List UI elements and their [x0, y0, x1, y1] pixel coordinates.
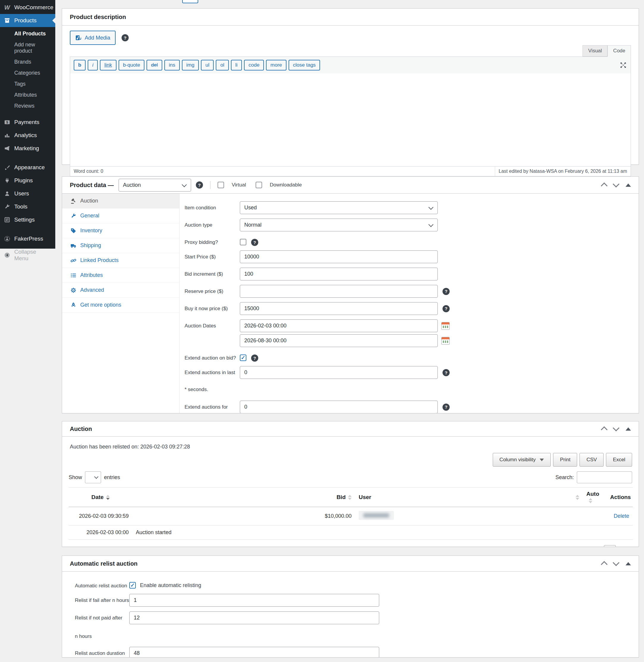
toggle-panel-icon[interactable] — [626, 183, 631, 187]
partial-button-top[interactable] — [182, 0, 198, 3]
auction-start-date-input[interactable] — [240, 319, 438, 332]
delete-link[interactable]: Delete — [614, 513, 629, 519]
toggle-panel-icon[interactable] — [626, 427, 631, 431]
tab-inventory[interactable]: Inventory — [62, 223, 179, 238]
submenu-all-products[interactable]: All Products — [0, 28, 55, 39]
auction-type-select[interactable]: Normal — [240, 219, 438, 231]
tab-shipping[interactable]: Shipping — [62, 238, 179, 253]
current-page-button[interactable]: 1 — [604, 545, 616, 547]
submenu-add-new-product[interactable]: Add new product — [0, 39, 55, 57]
reserve-price-input[interactable] — [240, 285, 438, 298]
sidebar-item-fakerpress[interactable]: FakerPress — [0, 232, 55, 245]
move-up-icon[interactable] — [601, 561, 608, 568]
help-icon[interactable]: ? — [442, 305, 450, 312]
sidebar-item-analytics[interactable]: Analytics — [0, 129, 55, 142]
help-icon[interactable]: ? — [121, 34, 129, 41]
fullscreen-expand-icon[interactable] — [619, 61, 627, 69]
qt-bquote-button[interactable]: b-quote — [119, 60, 145, 70]
automatic-relist-panel: Automatic relist auction Automatic relis… — [62, 555, 639, 658]
relist-fail-input[interactable] — [129, 594, 379, 607]
move-down-icon[interactable] — [613, 181, 620, 187]
csv-button[interactable]: CSV — [579, 453, 604, 467]
tab-advanced[interactable]: Advanced — [62, 283, 179, 298]
relist-duration-input[interactable] — [129, 647, 379, 658]
qt-code-button[interactable]: code — [244, 60, 264, 70]
virtual-checkbox[interactable] — [217, 182, 224, 188]
move-up-icon[interactable] — [601, 183, 608, 190]
buy-it-now-input[interactable] — [240, 302, 438, 315]
add-media-button[interactable]: Add Media — [70, 31, 116, 45]
qt-li-button[interactable]: li — [231, 60, 242, 70]
search-input[interactable] — [577, 471, 632, 483]
sidebar-item-appearance[interactable]: Appearance — [0, 161, 55, 174]
submenu-brands[interactable]: Brands — [0, 57, 55, 67]
column-header-user[interactable]: User — [355, 488, 566, 507]
qt-ins-button[interactable]: ins — [164, 60, 180, 70]
print-button[interactable]: Print — [553, 453, 577, 467]
table-header-row: Date Bid User Auto Actions — [69, 488, 633, 507]
relist-notpaid-input[interactable] — [129, 612, 379, 624]
fakerpress-icon — [4, 236, 11, 242]
extend-for-input[interactable] — [240, 401, 438, 413]
toggle-panel-icon[interactable] — [626, 562, 631, 565]
tab-attributes[interactable]: Attributes — [62, 268, 179, 283]
qt-bold-button[interactable]: b — [74, 60, 86, 70]
qt-del-button[interactable]: del — [146, 60, 162, 70]
editor-textarea[interactable] — [70, 73, 630, 166]
qt-italic-button[interactable]: i — [88, 60, 98, 70]
tab-general[interactable]: General — [62, 208, 179, 223]
downloadable-checkbox[interactable] — [256, 182, 262, 188]
enable-relisting-checkbox[interactable]: ✓ — [129, 582, 136, 589]
submenu-attributes[interactable]: Attributes — [0, 89, 55, 101]
sidebar-item-woocommerce[interactable]: W WooCommerce — [0, 0, 55, 14]
tab-code[interactable]: Code — [607, 45, 631, 57]
tab-get-more-options[interactable]: Get more options — [62, 298, 179, 313]
help-icon[interactable]: ? — [442, 403, 450, 411]
sidebar-item-tools[interactable]: Tools — [0, 200, 55, 213]
calendar-icon[interactable] — [441, 337, 450, 345]
help-icon[interactable]: ? — [251, 239, 258, 246]
column-header-auto[interactable]: Auto — [583, 488, 606, 507]
extend-on-bid-checkbox[interactable]: ✓ — [240, 354, 246, 361]
excel-button[interactable]: Excel — [606, 453, 632, 467]
column-visibility-button[interactable]: Column visibility — [493, 453, 551, 467]
sidebar-item-marketing[interactable]: Marketing — [0, 142, 55, 155]
sidebar-item-users[interactable]: Users — [0, 187, 55, 200]
help-icon[interactable]: ? — [196, 181, 203, 189]
sidebar-item-payments[interactable]: $ Payments — [0, 116, 55, 129]
help-icon[interactable]: ? — [251, 354, 258, 362]
tab-linked-products[interactable]: Linked Products — [62, 253, 179, 268]
page-length-select[interactable] — [85, 471, 101, 483]
sidebar-item-settings[interactable]: Settings — [0, 213, 55, 226]
sidebar-item-products[interactable]: Products — [0, 14, 55, 27]
calendar-icon[interactable] — [441, 322, 450, 330]
auction-end-date-input[interactable] — [240, 334, 438, 347]
move-down-icon[interactable] — [613, 559, 620, 566]
qt-link-button[interactable]: link — [100, 60, 116, 70]
item-condition-select[interactable]: Used — [240, 201, 438, 214]
qt-closetags-button[interactable]: close tags — [289, 60, 320, 70]
start-price-input[interactable] — [240, 250, 438, 263]
submenu-tags[interactable]: Tags — [0, 79, 55, 89]
column-header-unnamed[interactable] — [566, 488, 583, 507]
column-header-bid[interactable]: Bid — [204, 488, 355, 507]
move-down-icon[interactable] — [613, 425, 620, 432]
sidebar-item-plugins[interactable]: Plugins — [0, 174, 55, 187]
product-type-select[interactable]: Auction — [119, 179, 191, 192]
extend-last-input[interactable] — [240, 366, 438, 379]
qt-img-button[interactable]: img — [182, 60, 199, 70]
proxy-bidding-checkbox[interactable] — [240, 239, 246, 245]
tab-auction[interactable]: Auction — [62, 194, 179, 208]
qt-more-button[interactable]: more — [266, 60, 286, 70]
qt-ol-button[interactable]: ol — [216, 60, 229, 70]
help-icon[interactable]: ? — [442, 288, 450, 295]
bid-increment-input[interactable] — [240, 268, 438, 281]
help-icon[interactable]: ? — [442, 369, 450, 376]
submenu-reviews[interactable]: Reviews — [0, 101, 55, 112]
submenu-categories[interactable]: Categories — [0, 67, 55, 79]
sidebar-item-collapse-menu[interactable]: Collapse Menu — [0, 245, 55, 265]
column-header-date[interactable]: Date — [69, 488, 132, 507]
qt-ul-button[interactable]: ul — [201, 60, 214, 70]
tab-visual[interactable]: Visual — [582, 45, 607, 57]
move-up-icon[interactable] — [601, 426, 608, 433]
